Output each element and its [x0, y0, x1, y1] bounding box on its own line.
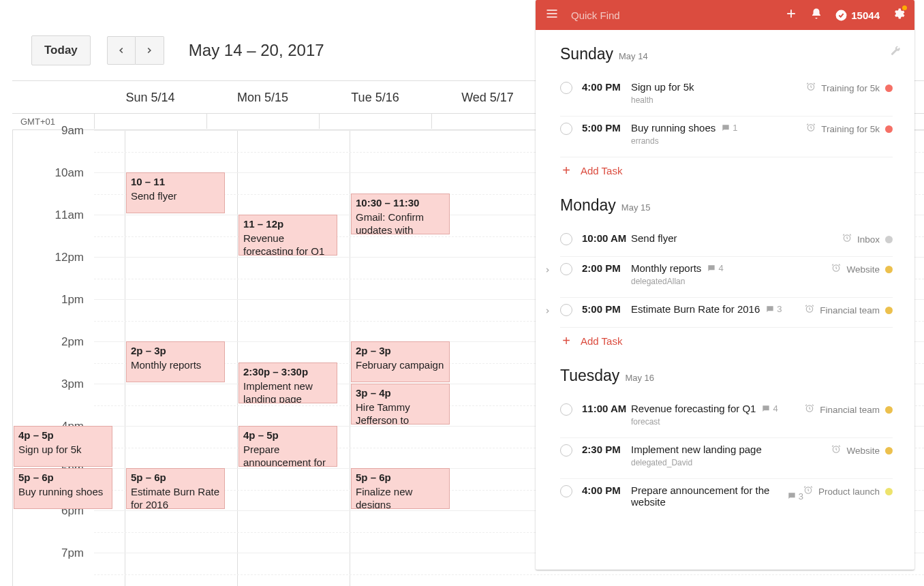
- task-subtitle: forecast: [631, 417, 805, 427]
- expand-button[interactable]: [544, 305, 551, 318]
- settings-button[interactable]: [892, 7, 905, 23]
- panel-settings-button[interactable]: [890, 45, 901, 59]
- add-button[interactable]: [784, 7, 798, 23]
- task-time: 4:00 PM: [582, 484, 631, 496]
- event-time: 4p – 5p: [243, 429, 333, 442]
- task-checkbox[interactable]: [560, 233, 572, 245]
- reminder-indicator: [806, 123, 816, 135]
- notifications-button[interactable]: [810, 7, 822, 22]
- alarm-icon: [831, 444, 841, 454]
- task-checkbox[interactable]: [560, 263, 572, 275]
- hour-label: 7pm: [43, 546, 84, 560]
- expand-button[interactable]: [544, 264, 551, 277]
- plus-icon: +: [560, 333, 572, 349]
- event-title: Send flyer: [131, 190, 177, 202]
- task-row[interactable]: 11:00 AMRevenue forecasting for Q14forec…: [560, 397, 893, 438]
- menu-button[interactable]: [545, 7, 559, 23]
- event-time: 5p – 6p: [356, 472, 445, 484]
- task-row[interactable]: 2:00 PMMonthly reports4delegatedAllanWeb…: [560, 257, 893, 298]
- day-header[interactable]: Mon 5/15: [206, 81, 319, 113]
- event-time: 4p – 5p: [18, 429, 108, 442]
- calendar-event[interactable]: 4p – 5pSign up for 5k: [14, 426, 112, 467]
- alarm-icon: [805, 403, 814, 413]
- calendar-event[interactable]: 3p – 4pHire Tammy Jefferson to: [351, 384, 450, 425]
- calendar-event[interactable]: 10 – 11Send flyer: [126, 172, 225, 213]
- task-row[interactable]: 4:00 PMSign up for 5khealthTraining for …: [560, 76, 893, 117]
- event-time: 5p – 6p: [18, 472, 108, 484]
- quick-find-input[interactable]: Quick Find: [571, 10, 772, 21]
- event-time: 10:30 – 11:30: [356, 197, 445, 210]
- calendar-event[interactable]: 5p – 6pFinalize new designs: [351, 468, 450, 509]
- day-name: Monday: [560, 196, 616, 215]
- project-label[interactable]: Website: [846, 264, 880, 275]
- project-label[interactable]: Training for 5k: [821, 83, 880, 93]
- task-subtitle: health: [631, 95, 806, 105]
- project-label[interactable]: Website: [846, 446, 880, 456]
- day-date: May 14: [619, 51, 648, 61]
- next-button[interactable]: [136, 36, 164, 65]
- project-label[interactable]: Inbox: [857, 234, 880, 245]
- event-title: Prepare announcement for: [243, 444, 326, 467]
- task-row[interactable]: 5:00 PMBuy running shoes1errandsTraining…: [560, 117, 893, 157]
- task-checkbox[interactable]: [560, 82, 572, 94]
- task-row[interactable]: 2:30 PMImplement new landing pagedelegat…: [560, 438, 893, 479]
- task-subtitle: delegatedAllan: [631, 277, 831, 286]
- add-task-button[interactable]: +Add Task: [560, 157, 893, 181]
- chevron-right-icon: [544, 266, 551, 274]
- event-title: Sign up for 5k: [18, 444, 82, 455]
- task-checkbox[interactable]: [560, 304, 572, 316]
- calendar-event[interactable]: 11 – 12pRevenue forecasting for Q1: [238, 215, 337, 256]
- comment-count[interactable]: 4: [707, 263, 723, 273]
- task-checkbox[interactable]: [560, 485, 572, 497]
- task-checkbox[interactable]: [560, 403, 572, 416]
- calendar-event[interactable]: 2p – 3pMonthly reports: [126, 341, 225, 382]
- event-title: Implement new landing page: [243, 380, 313, 403]
- project-dot: [885, 266, 893, 273]
- task-row[interactable]: 10:00 AMSend flyerInbox: [560, 227, 893, 257]
- comment-icon: [787, 491, 797, 501]
- date-range-label: May 14 – 20, 2017: [189, 41, 324, 60]
- calendar-event[interactable]: 10:30 – 11:30Gmail: Confirm updates with: [351, 194, 450, 234]
- event-time: 2p – 3p: [356, 345, 445, 358]
- reminder-indicator: [803, 485, 813, 497]
- calendar-event[interactable]: 5p – 6pBuy running shoes: [14, 468, 112, 509]
- comment-count[interactable]: 3: [787, 491, 803, 502]
- day-header[interactable]: Wed 5/17: [431, 81, 544, 113]
- calendar-event[interactable]: 2:30p – 3:30pImplement new landing page: [238, 363, 337, 403]
- project-label[interactable]: Training for 5k: [821, 124, 880, 134]
- alarm-icon: [805, 304, 814, 313]
- task-title: Buy running shoes: [631, 122, 715, 134]
- reminder-indicator: [805, 403, 814, 416]
- chevron-right-icon: [144, 46, 154, 55]
- task-title: Implement new landing page: [631, 444, 762, 455]
- task-checkbox[interactable]: [560, 123, 572, 135]
- add-task-button[interactable]: +Add Task: [560, 328, 893, 352]
- task-row[interactable]: 5:00 PMEstimate Burn Rate for 20163Finan…: [560, 298, 893, 328]
- day-header[interactable]: Sun 5/14: [94, 81, 206, 113]
- comment-icon: [707, 264, 716, 273]
- comment-count[interactable]: 1: [721, 123, 737, 133]
- comment-count[interactable]: 4: [761, 403, 777, 414]
- panel-body[interactable]: SundayMay 144:00 PMSign up for 5khealthT…: [536, 30, 914, 570]
- project-label[interactable]: Product launch: [818, 487, 880, 497]
- comment-icon: [765, 305, 775, 314]
- day-header[interactable]: Tue 5/16: [319, 81, 431, 113]
- today-button[interactable]: Today: [31, 35, 91, 65]
- calendar-event[interactable]: 2p – 3pFebruary campaign: [351, 341, 450, 382]
- project-label[interactable]: Financial team: [820, 405, 880, 415]
- event-time: 2p – 3p: [131, 345, 220, 358]
- calendar-event[interactable]: 4p – 5pPrepare announcement for: [238, 426, 337, 467]
- comment-count[interactable]: 3: [765, 304, 782, 314]
- karma-value: 15044: [851, 10, 880, 21]
- task-row[interactable]: 4:00 PMPrepare announcement for the webs…: [560, 479, 893, 519]
- task-checkbox[interactable]: [560, 444, 572, 457]
- task-time: 2:30 PM: [582, 444, 631, 455]
- karma-score[interactable]: 15044: [835, 9, 880, 22]
- day-section: TuesdayMay 1611:00 AMRevenue forecasting…: [560, 352, 893, 519]
- prev-button[interactable]: [107, 36, 136, 65]
- event-time: 3p – 4p: [356, 387, 445, 400]
- project-label[interactable]: Financial team: [820, 305, 880, 315]
- event-time: 10 – 11: [131, 176, 220, 189]
- calendar-event[interactable]: 5p – 6pEstimate Burn Rate for 2016: [126, 468, 225, 509]
- alarm-icon: [806, 123, 816, 132]
